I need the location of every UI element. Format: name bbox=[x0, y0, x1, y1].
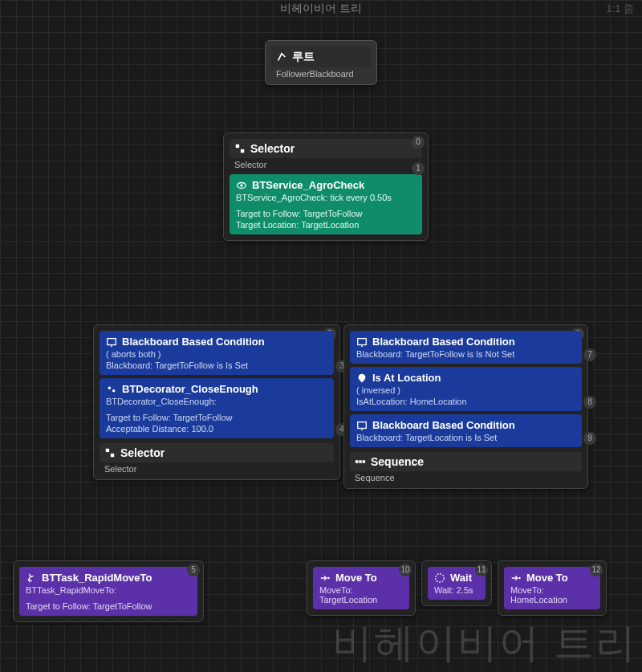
sequence-icon bbox=[355, 456, 366, 467]
sequence-title: Sequence bbox=[371, 455, 424, 468]
selector-icon bbox=[234, 143, 246, 154]
node-index: 11 bbox=[475, 564, 488, 576]
wait-icon bbox=[434, 572, 445, 584]
svg-rect-19 bbox=[358, 422, 367, 428]
decorator-title: Blackboard Based Condition bbox=[372, 419, 515, 431]
decorator-title: Blackboard Based Condition bbox=[372, 336, 515, 348]
task-title: Wait bbox=[450, 572, 472, 584]
decorator-bb-cond-2[interactable]: Blackboard Based Condition Blackboard: T… bbox=[350, 331, 582, 364]
moveto-icon bbox=[319, 572, 331, 584]
selector-subtext: Selector bbox=[100, 462, 334, 474]
moveto-icon bbox=[510, 572, 522, 584]
root-icon bbox=[276, 51, 287, 63]
svg-point-24 bbox=[327, 576, 330, 579]
svg-point-13 bbox=[108, 386, 112, 389]
sequence-subtext: Sequence bbox=[350, 471, 582, 483]
node-selector-follow[interactable]: 2 Blackboard Based Condition ( aborts bo… bbox=[93, 324, 340, 480]
decorator-line: Acceptable Distance: 100.0 bbox=[106, 424, 327, 434]
node-task-rapidmove[interactable]: 5 BTTask_RapidMoveTo BTTask_RapidMoveTo:… bbox=[13, 560, 204, 622]
svg-point-10 bbox=[240, 184, 243, 187]
decorator-is-at-location[interactable]: Is At Location ( inversed ) IsAtLocation… bbox=[350, 367, 582, 411]
decorator-title: BTDecorator_CloseEnough bbox=[122, 383, 258, 395]
decorator-title: Blackboard Based Condition bbox=[122, 336, 265, 348]
task-title: BTTask_RapidMoveTo bbox=[42, 572, 152, 584]
svg-rect-15 bbox=[106, 449, 109, 452]
task-line: Target to Follow: TargetToFollow bbox=[26, 601, 191, 611]
task-line: Wait: 2.5s bbox=[434, 585, 479, 595]
graph-canvas[interactable]: 루트 FollowerBlackboard 0 Selector Selecto… bbox=[0, 0, 642, 672]
svg-rect-16 bbox=[111, 454, 114, 457]
task-line: BTTask_RapidMoveTo: bbox=[26, 585, 191, 595]
node-sequence[interactable]: 6 Blackboard Based Condition Blackboard:… bbox=[343, 324, 588, 489]
node-index: 7 bbox=[583, 348, 596, 361]
location-icon bbox=[356, 373, 368, 384]
svg-point-26 bbox=[518, 576, 521, 579]
node-index: 5 bbox=[187, 564, 200, 576]
svg-rect-8 bbox=[241, 149, 244, 153]
node-task-wait[interactable]: 11 Wait Wait: 2.5s bbox=[421, 560, 492, 606]
selector-title: Selector bbox=[250, 142, 295, 155]
node-index: 8 bbox=[583, 396, 596, 409]
service-line: Target Location: TargetLocation bbox=[236, 220, 416, 230]
task-title: Move To bbox=[526, 572, 568, 584]
node-index: 0 bbox=[412, 136, 425, 149]
decorator-line: BTDecorator_CloseEnough: bbox=[106, 397, 327, 406]
svg-rect-11 bbox=[108, 338, 116, 344]
service-line: BTService_AgroCheck: tick every 0.50s bbox=[236, 193, 416, 202]
decorator-line: Target to Follow: TargetToFollow bbox=[106, 413, 327, 422]
decorator-line: ( inversed ) bbox=[356, 385, 575, 395]
task-line: MoveTo: HomeLocation bbox=[510, 585, 594, 605]
svg-point-25 bbox=[436, 573, 445, 582]
dots-icon bbox=[106, 384, 117, 395]
decorator-bb-cond-1[interactable]: Blackboard Based Condition ( aborts both… bbox=[100, 331, 334, 375]
svg-rect-23 bbox=[363, 460, 366, 463]
task-title: Move To bbox=[335, 572, 377, 584]
decorator-close-enough[interactable]: BTDecorator_CloseEnough BTDecorator_Clos… bbox=[100, 378, 334, 438]
decorator-line: ( aborts both ) bbox=[106, 349, 327, 359]
svg-rect-22 bbox=[359, 460, 362, 463]
decorator-line: Blackboard: TargetToFollow is Is Not Set bbox=[356, 349, 575, 359]
run-icon bbox=[26, 572, 37, 584]
decorator-line: IsAtLocation: HomeLocation bbox=[356, 397, 575, 406]
service-line: Target to Follow: TargetToFollow bbox=[236, 209, 416, 218]
selector-title: Selector bbox=[120, 446, 165, 459]
node-selector-main[interactable]: 0 Selector Selector 1 BTService_AgroChec… bbox=[223, 132, 429, 241]
root-subtext: FollowerBlackboard bbox=[271, 67, 371, 79]
blackboard-icon bbox=[356, 336, 368, 348]
svg-point-14 bbox=[112, 389, 116, 393]
eye-icon bbox=[236, 180, 247, 191]
selector-subtext: Selector bbox=[230, 158, 422, 169]
decorator-title: Is At Location bbox=[372, 372, 441, 384]
node-root[interactable]: 루트 FollowerBlackboard bbox=[265, 40, 377, 85]
node-index: 1 bbox=[412, 162, 425, 175]
decorator-bb-cond-3[interactable]: Blackboard Based Condition Blackboard: T… bbox=[350, 414, 582, 447]
selector-icon bbox=[104, 447, 116, 458]
svg-rect-7 bbox=[236, 145, 239, 148]
service-agrocheck[interactable]: BTService_AgroCheck BTService_AgroCheck:… bbox=[230, 174, 422, 234]
service-title: BTService_AgroCheck bbox=[252, 179, 364, 191]
node-task-moveto-1[interactable]: 10 Move To MoveTo: TargetLocation bbox=[307, 560, 416, 616]
node-index: 9 bbox=[583, 432, 596, 445]
svg-rect-17 bbox=[358, 338, 367, 344]
blackboard-icon bbox=[106, 336, 117, 348]
node-index: 12 bbox=[590, 564, 603, 576]
root-title: 루트 bbox=[292, 50, 315, 64]
decorator-line: Blackboard: TargetLocation is Is Set bbox=[356, 433, 575, 442]
blackboard-icon bbox=[356, 420, 368, 431]
node-task-moveto-2[interactable]: 12 Move To MoveTo: HomeLocation bbox=[498, 560, 607, 616]
node-index: 10 bbox=[399, 564, 412, 576]
task-line: MoveTo: TargetLocation bbox=[319, 585, 403, 605]
decorator-line: Blackboard: TargetToFollow is Is Set bbox=[106, 360, 327, 370]
svg-rect-21 bbox=[356, 460, 359, 463]
